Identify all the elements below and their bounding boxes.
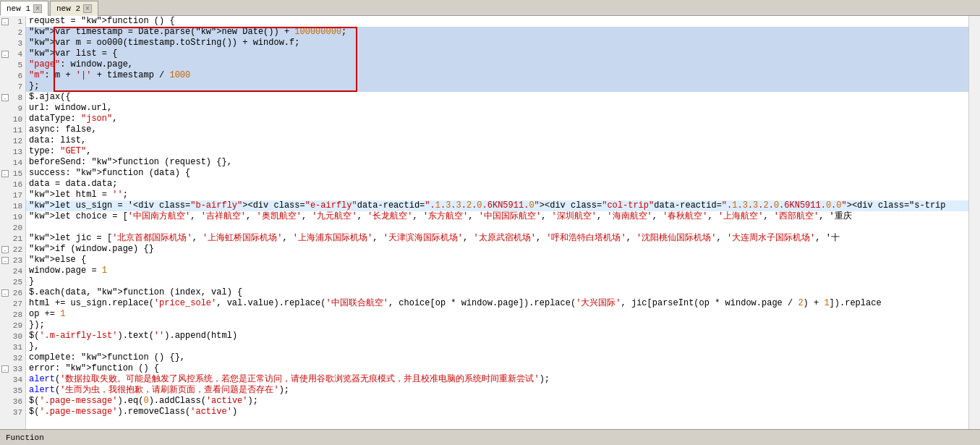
line-num-37: 37 <box>0 407 25 418</box>
code-line-20[interactable] <box>26 222 968 233</box>
fold-icon-26[interactable]: - <box>1 289 9 297</box>
code-line-33[interactable]: error: "kw">function () { <box>26 363 968 374</box>
fold-icon-1[interactable]: - <box>1 18 9 25</box>
tab-close-1[interactable]: × <box>33 4 42 13</box>
tab-new-2[interactable]: new 2 × <box>50 1 98 16</box>
code-line-19[interactable]: "kw">let choice = ['中国南方航空', '吉祥航空', '奥凯… <box>26 211 968 222</box>
fold-icon-15[interactable]: - <box>1 170 9 177</box>
line-num-29: 29 <box>0 320 25 331</box>
line-num-19: 19 <box>0 211 25 222</box>
code-area[interactable]: request = "kw">function () { "kw">var ti… <box>26 16 968 429</box>
code-line-15[interactable]: success: "kw">function (data) { <box>26 168 968 179</box>
code-line-24[interactable]: window.page = 1 <box>26 266 968 276</box>
line-num-23: -23 <box>0 255 25 266</box>
line-num-3: 3 <box>0 38 25 48</box>
line-num-22: -22 <box>0 244 25 255</box>
line-num-25: 25 <box>0 276 25 287</box>
code-line-2[interactable]: "kw">var timestamp = Date.parse("kw">new… <box>26 27 968 38</box>
code-line-21[interactable]: "kw">let jic = ['北京首都国际机场', '上海虹桥国际机场', … <box>26 233 968 244</box>
line-num-9: 9 <box>0 103 25 114</box>
code-line-14[interactable]: beforeSend: "kw">function (request) {}, <box>26 157 968 168</box>
line-num-24: 24 <box>0 266 25 276</box>
code-line-30[interactable]: $('.m-airfly-lst').text('').append(html) <box>26 331 968 342</box>
code-line-17[interactable]: "kw">let html = ''; <box>26 190 968 200</box>
code-line-28[interactable]: op += 1 <box>26 309 968 320</box>
line-num-4: -4 <box>0 48 25 59</box>
fold-icon-33[interactable]: - <box>1 365 9 373</box>
code-line-3[interactable]: "kw">var m = oo000(timestamp.toString())… <box>26 38 968 48</box>
line-num-21: 21 <box>0 233 25 244</box>
line-num-12: 12 <box>0 135 25 146</box>
fold-icon-23[interactable]: - <box>1 257 9 264</box>
line-num-35: 35 <box>0 385 25 396</box>
line-num-17: 17 <box>0 190 25 200</box>
code-line-32[interactable]: complete: "kw">function () {}, <box>26 352 968 363</box>
tab-bar: new 1 × new 2 × <box>0 0 980 16</box>
line-num-28: 28 <box>0 309 25 320</box>
tab-close-2[interactable]: × <box>83 4 92 13</box>
fold-icon-4[interactable]: - <box>1 51 9 58</box>
tab-label-2: new 2 <box>56 4 80 13</box>
code-line-4[interactable]: "kw">var list = { <box>26 48 968 59</box>
line-num-15: -15 <box>0 168 25 179</box>
line-num-26: -26 <box>0 287 25 298</box>
code-line-23[interactable]: "kw">else { <box>26 255 968 266</box>
code-line-22[interactable]: "kw">if (window.page) {} <box>26 244 968 255</box>
line-num-27: 27 <box>0 298 25 309</box>
line-num-33: -33 <box>0 363 25 374</box>
code-line-8[interactable]: $.ajax({ <box>26 92 968 103</box>
code-line-26[interactable]: $.each(data, "kw">function (index, val) … <box>26 287 968 298</box>
line-num-7: 7 <box>0 81 25 92</box>
line-num-18: 18 <box>0 200 25 211</box>
line-num-20: 20 <box>0 222 25 233</box>
code-line-10[interactable]: dataType: "json", <box>26 114 968 124</box>
line-num-1: -1 <box>0 16 25 27</box>
code-line-1[interactable]: request = "kw">function () { <box>26 16 968 27</box>
code-line-9[interactable]: url: window.url, <box>26 103 968 114</box>
line-num-36: 36 <box>0 396 25 407</box>
code-line-18[interactable]: "kw">let us_sign = '<div class="b-airfly… <box>26 200 968 211</box>
line-num-8: -8 <box>0 92 25 103</box>
code-line-11[interactable]: async: false, <box>26 124 968 135</box>
status-type-label: Function <box>6 433 44 442</box>
line-num-5: 5 <box>0 59 25 70</box>
line-num-14: 14 <box>0 157 25 168</box>
code-line-34[interactable]: alert('数据拉取失败。可能是触发了风控系统，若您是正常访问，请使用谷歌浏览… <box>26 374 968 385</box>
line-num-11: 11 <box>0 124 25 135</box>
line-num-16: 16 <box>0 179 25 190</box>
fold-icon-22[interactable]: - <box>1 246 9 253</box>
line-num-13: 13 <box>0 146 25 157</box>
tab-new-1[interactable]: new 1 × <box>0 1 48 16</box>
code-line-12[interactable]: data: list, <box>26 135 968 146</box>
code-line-25[interactable]: } <box>26 276 968 287</box>
editor-container: -123-4567-891011121314-15161718192021-22… <box>0 16 980 429</box>
tab-label-1: new 1 <box>7 4 30 13</box>
line-num-31: 31 <box>0 342 25 352</box>
code-line-31[interactable]: }, <box>26 342 968 352</box>
status-bar: Function <box>0 429 980 445</box>
code-line-7[interactable]: }; <box>26 81 968 92</box>
line-num-32: 32 <box>0 352 25 363</box>
line-num-6: 6 <box>0 70 25 81</box>
code-line-16[interactable]: data = data.data; <box>26 179 968 190</box>
code-line-37[interactable]: $('.page-message').removeClass('active') <box>26 407 968 418</box>
code-line-35[interactable]: alert('生而为虫，我很抱歉，请刷新页面，查看问题是否存在'); <box>26 385 968 396</box>
fold-icon-8[interactable]: - <box>1 94 9 101</box>
scrollbar-track[interactable] <box>968 16 980 429</box>
code-line-5[interactable]: "page": window.page, <box>26 59 968 70</box>
line-num-30: 30 <box>0 331 25 342</box>
code-line-29[interactable]: }); <box>26 320 968 331</box>
line-num-10: 10 <box>0 114 25 124</box>
code-area-inner: request = "kw">function () { "kw">var ti… <box>26 16 968 418</box>
line-num-2: 2 <box>0 27 25 38</box>
code-line-27[interactable]: html += us_sign.replace('price_sole', va… <box>26 298 968 309</box>
code-line-6[interactable]: "m": m + '|' + timestamp / 1000 <box>26 70 968 81</box>
line-numbers: -123-4567-891011121314-15161718192021-22… <box>0 16 26 429</box>
line-num-34: 34 <box>0 374 25 385</box>
code-line-13[interactable]: type: "GET", <box>26 146 968 157</box>
code-line-36[interactable]: $('.page-message').eq(0).addClass('activ… <box>26 396 968 407</box>
